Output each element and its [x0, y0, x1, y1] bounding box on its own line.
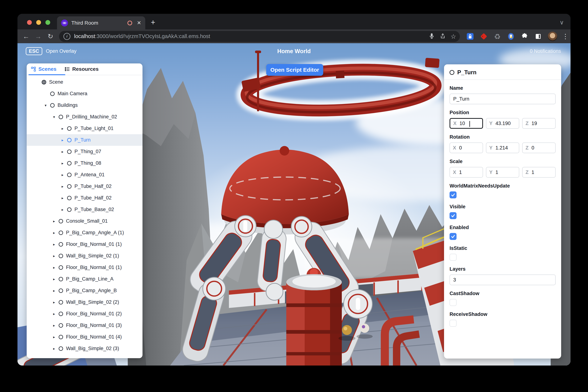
tree-item-p-thing-07[interactable]: ▸P_Thing_07 — [27, 146, 142, 158]
tree-item-p-drilling-machine-02[interactable]: ▾P_Drilling_Machine_02 — [27, 111, 142, 123]
browser-tab[interactable]: Third Room ✕ — [57, 16, 145, 30]
scale-z-input[interactable]: Z — [522, 167, 556, 178]
minimize-window-button[interactable] — [36, 20, 41, 25]
tree-item-scene[interactable]: Scene — [27, 76, 142, 88]
profile-avatar[interactable] — [548, 32, 557, 41]
close-window-button[interactable] — [27, 20, 32, 25]
name-input[interactable] — [450, 94, 556, 104]
visible-property: Visible — [450, 204, 556, 219]
world-viewport[interactable]: ESC Open Overlay Home World 0 Notificati… — [18, 43, 570, 366]
extensions-puzzle-icon[interactable] — [520, 32, 528, 40]
zoom-window-button[interactable] — [46, 20, 50, 25]
red-diamond-extension-icon[interactable] — [480, 32, 488, 40]
side-panel-icon[interactable] — [534, 32, 542, 40]
voice-search-icon[interactable] — [428, 33, 435, 40]
share-icon[interactable] — [440, 33, 446, 40]
scale-x-input[interactable]: X — [450, 167, 483, 178]
caret-right-icon[interactable]: ▸ — [60, 126, 66, 131]
caret-right-icon[interactable]: ▸ — [51, 288, 57, 293]
tree-item-p-big-camp-angle-b[interactable]: ▸P_Big_Camp_Angle_B — [27, 285, 142, 296]
reload-button[interactable]: ↻ — [44, 32, 56, 40]
caret-right-icon[interactable]: ▸ — [60, 184, 66, 189]
tree-item-floor-big-normal-01-4-[interactable]: ▸Floor_Big_Normal_01 (4) — [27, 331, 142, 343]
layers-input[interactable] — [450, 274, 556, 285]
tree-item-main-camera[interactable]: Main Camera — [27, 88, 142, 100]
caret-right-icon[interactable]: ▸ — [51, 242, 57, 246]
back-button[interactable]: ← — [20, 32, 32, 40]
tree-item-p-thing-08[interactable]: ▸P_Thing_08 — [27, 158, 142, 169]
tab-recording-indicator-icon — [128, 20, 132, 25]
tab-close-icon[interactable]: ✕ — [137, 20, 141, 26]
caret-right-icon[interactable]: ▸ — [51, 230, 57, 235]
caret-right-icon[interactable]: ▸ — [51, 265, 57, 270]
reader-extension-icon[interactable] — [507, 32, 515, 40]
caret-right-icon[interactable]: ▸ — [60, 150, 66, 154]
tree-item-floor-big-normal-01-1-[interactable]: ▸Floor_Big_Normal_01 (1) — [27, 262, 142, 273]
tree-item-p-tube-half-02[interactable]: ▸P_Tube_Half_02 — [27, 192, 142, 204]
receiveshadow-checkbox[interactable] — [450, 320, 456, 327]
visible-checkbox[interactable] — [450, 212, 456, 219]
open-script-editor-button[interactable]: Open Script Editor — [266, 64, 323, 76]
castshadow-checkbox[interactable] — [450, 299, 456, 306]
tree-item-wall-big-simple-02-1-[interactable]: ▸Wall_Big_Simple_02 (1) — [27, 250, 142, 262]
caret-right-icon[interactable]: ▸ — [60, 138, 66, 142]
tree-item-p-tube-base-02[interactable]: ▸P_Tube_Base_02 — [27, 204, 142, 215]
rotation-y-input[interactable]: Y — [486, 142, 520, 153]
bookmark-star-icon[interactable]: ☆ — [451, 33, 456, 40]
isstatic-checkbox[interactable] — [450, 254, 456, 261]
tree-item-wall-big-simple-02-3-[interactable]: ▸Wall_Big_Simple_02 (3) — [27, 343, 142, 354]
new-tab-button[interactable]: + — [151, 18, 155, 26]
tab-resources[interactable]: Resources — [64, 66, 98, 72]
tree-item-p-big-camp-angle-a-1-[interactable]: ▸P_Big_Camp_Angle_A (1) — [27, 227, 142, 238]
tree-item-floor-big-normal-01-1-[interactable]: ▸Floor_Big_Normal_01 (1) — [27, 238, 142, 250]
position-x-input[interactable]: X — [450, 118, 483, 129]
tree-item-p-tube-half-02[interactable]: ▸P_Tube_Half_02 — [27, 180, 142, 192]
tree-item-label: P_Tube_Base_02 — [74, 207, 114, 212]
worldmatrixneedsupdate-checkbox[interactable] — [450, 192, 456, 198]
tab-scenes[interactable]: Scenes — [31, 66, 56, 72]
caret-right-icon[interactable]: ▸ — [51, 323, 57, 328]
caret-right-icon[interactable]: ▸ — [60, 196, 66, 200]
position-y-input[interactable]: Y — [486, 118, 520, 129]
tree-item-console-small-01[interactable]: ▸Console_Small_01 — [27, 215, 142, 227]
caret-right-icon[interactable]: ▸ — [51, 312, 57, 316]
tree-item-floor-big-normal-01-2-[interactable]: ▸Floor_Big_Normal_01 (2) — [27, 308, 142, 320]
scale-y-input[interactable]: Y — [486, 167, 520, 178]
tree-item-p-tube-light-01[interactable]: ▸P_Tube_Light_01 — [27, 123, 142, 134]
position-z-input[interactable]: Z — [522, 118, 556, 129]
site-info-icon[interactable]: i — [64, 33, 70, 40]
caret-right-icon[interactable]: ▸ — [51, 335, 57, 339]
isstatic-label: IsStatic — [450, 246, 556, 251]
caret-right-icon[interactable]: ▸ — [51, 219, 57, 224]
notifications-count[interactable]: 0 Notifications — [530, 48, 561, 54]
worldmatrixneedsupdate-label: WorldMatrixNeedsUpdate — [450, 183, 556, 189]
entity-icon — [66, 184, 73, 189]
tree-item-floor-big-normal-01-3-[interactable]: ▸Floor_Big_Normal_01 (3) — [27, 320, 142, 331]
tree-item-p-turn[interactable]: ▸P_Turn — [27, 134, 142, 146]
tree-item-label: Wall_Big_Simple_02 (1) — [66, 253, 119, 259]
caret-down-icon[interactable]: ▾ — [42, 103, 49, 108]
caret-right-icon[interactable]: ▸ — [60, 208, 66, 212]
address-bar[interactable]: i localhost:3000/world/!vjrzmTVOcyIsLgaA… — [59, 31, 460, 42]
name-input-field[interactable] — [453, 96, 552, 102]
caret-right-icon[interactable]: ▸ — [60, 173, 66, 177]
browser-menu-icon[interactable]: ⋮ — [562, 33, 569, 40]
caret-right-icon[interactable]: ▸ — [51, 277, 57, 281]
rotation-x-input[interactable]: X — [450, 142, 483, 153]
caret-right-icon[interactable]: ▸ — [51, 254, 57, 258]
caret-down-icon[interactable]: ▾ — [51, 115, 57, 119]
tree-item-p-big-camp-line-a[interactable]: ▸P_Big_Camp_Line_A — [27, 273, 142, 285]
entity-icon — [57, 335, 64, 339]
tab-strip-expand-icon[interactable]: ∨ — [560, 19, 564, 26]
recycle-extension-icon[interactable]: ♻ — [493, 32, 502, 40]
caret-right-icon[interactable]: ▸ — [51, 346, 57, 351]
forward-button[interactable]: → — [32, 32, 44, 40]
rotation-z-input[interactable]: Z — [522, 142, 556, 153]
tree-item-p-antena-01[interactable]: ▸P_Antena_01 — [27, 169, 142, 180]
enabled-checkbox[interactable] — [450, 233, 456, 240]
tree-item-wall-big-simple-02-2-[interactable]: ▸Wall_Big_Simple_02 (2) — [27, 296, 142, 308]
tree-item-buildings[interactable]: ▾Buildings — [27, 100, 142, 111]
caret-right-icon[interactable]: ▸ — [51, 300, 57, 304]
caret-right-icon[interactable]: ▸ — [60, 161, 66, 166]
password-manager-extension-icon[interactable] — [466, 32, 474, 40]
